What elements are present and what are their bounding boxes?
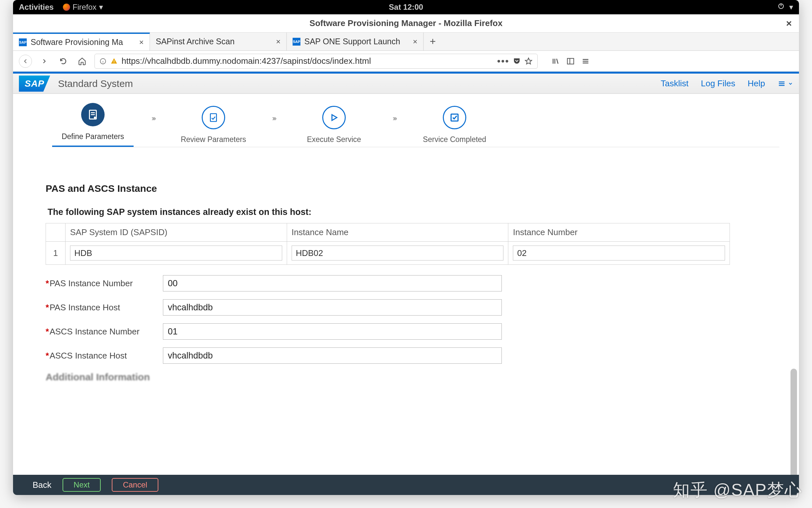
insecure-lock-icon[interactable] <box>111 58 118 65</box>
navigation-toolbar: https://vhcalhdbdb.dummy.nodomain:4237/s… <box>13 51 799 72</box>
reload-button[interactable] <box>57 55 70 68</box>
chevron-right-icon: ››› <box>254 114 293 136</box>
svg-rect-10 <box>567 58 574 64</box>
activities-button[interactable]: Activities <box>19 3 54 12</box>
back-button[interactable]: Back <box>33 480 51 490</box>
chevron-down-icon: ▾ <box>99 3 103 12</box>
tasklist-link[interactable]: Tasklist <box>661 79 689 89</box>
browser-tab-0[interactable]: SAP Software Provisioning Ma × <box>13 33 150 50</box>
section-heading-cutoff: Additional Information <box>46 372 766 383</box>
tab-close-icon[interactable]: × <box>276 37 281 46</box>
wizard-step-review-parameters[interactable]: Review Parameters <box>173 106 254 144</box>
app-menu[interactable]: Firefox ▾ <box>63 3 103 12</box>
tab-label: Software Provisioning Ma <box>31 37 135 47</box>
site-info-icon[interactable] <box>99 58 107 65</box>
sap-favicon: SAP <box>293 38 300 46</box>
existing-instances-table: SAP System ID (SAPSID) Instance Name Ins… <box>46 223 730 265</box>
browser-tab-1[interactable]: SAPinst Archive Scan × <box>150 33 287 50</box>
table-header-sapsid: SAP System ID (SAPSID) <box>66 223 287 242</box>
app-menu-label: Firefox <box>73 3 96 12</box>
gnome-top-bar: Activities Firefox ▾ Sat 12:00 ▾ <box>13 0 799 14</box>
clock: Sat 12:00 <box>389 3 423 12</box>
chevron-right-icon: ››› <box>133 114 173 136</box>
sap-header: SAP Standard System Tasklist Log Files H… <box>13 74 799 94</box>
logfiles-link[interactable]: Log Files <box>701 79 735 89</box>
power-icon[interactable] <box>777 3 785 12</box>
label-ascs-instance-number: ASCS Instance Number <box>49 327 139 336</box>
svg-line-9 <box>557 58 558 64</box>
svg-rect-6 <box>114 62 114 63</box>
url-text: https://vhcalhdbdb.dummy.nodomain:4237/s… <box>122 56 371 66</box>
firefox-icon <box>63 4 70 11</box>
label-ascs-instance-host: ASCS Instance Host <box>49 351 127 361</box>
input-ascs-instance-host[interactable] <box>163 347 502 364</box>
wizard-step-label: Define Parameters <box>62 132 124 141</box>
svg-rect-21 <box>210 114 217 122</box>
window-close-button[interactable]: × <box>786 18 792 29</box>
page-title: Standard System <box>58 78 133 89</box>
input-ascs-instance-number[interactable] <box>163 323 502 340</box>
cancel-button[interactable]: Cancel <box>112 478 158 492</box>
sidebar-icon[interactable] <box>566 57 575 66</box>
chevron-right-icon: ››› <box>375 114 414 136</box>
cell-sapsid <box>70 246 282 260</box>
sap-logo: SAP <box>19 76 50 92</box>
window-title-text: Software Provisioning Manager - Mozilla … <box>310 18 502 28</box>
back-button[interactable] <box>19 55 32 68</box>
input-pas-instance-host[interactable] <box>163 299 502 315</box>
window-titlebar: Software Provisioning Manager - Mozilla … <box>13 14 799 33</box>
table-header-instance-number: Instance Number <box>508 223 730 242</box>
cell-instance-name <box>292 246 504 260</box>
table-header-instance-name: Instance Name <box>287 223 508 242</box>
tab-close-icon[interactable]: × <box>413 37 417 46</box>
wizard-step-execute-service[interactable]: Execute Service <box>293 106 375 144</box>
url-bar[interactable]: https://vhcalhdbdb.dummy.nodomain:4237/s… <box>94 54 538 69</box>
scrollbar-thumb[interactable] <box>790 369 797 475</box>
hamburger-menu-icon[interactable] <box>581 57 590 66</box>
input-pas-instance-number[interactable] <box>163 275 502 291</box>
label-pas-instance-host: PAS Instance Host <box>49 302 120 312</box>
sap-favicon: SAP <box>19 38 27 46</box>
library-icon[interactable] <box>551 57 560 66</box>
wizard-step-label: Service Completed <box>423 135 486 144</box>
header-menu-button[interactable] <box>777 79 793 88</box>
help-link[interactable]: Help <box>748 79 765 89</box>
new-tab-button[interactable]: + <box>423 33 442 50</box>
section-subheading: The following SAP system instances alrea… <box>48 207 766 217</box>
more-icon[interactable]: ••• <box>497 56 509 67</box>
wizard-step-label: Execute Service <box>307 135 361 144</box>
footer-bar: Back Next Cancel <box>13 475 799 495</box>
chevron-down-icon[interactable]: ▾ <box>789 3 793 12</box>
wizard-step-service-completed[interactable]: Service Completed <box>414 106 495 144</box>
pocket-icon[interactable] <box>513 57 521 66</box>
browser-tab-2[interactable]: SAP SAP ONE Support Launch × <box>287 33 423 50</box>
tab-close-icon[interactable]: × <box>139 38 144 47</box>
table-row: 1 <box>46 242 730 265</box>
home-button[interactable] <box>76 55 89 68</box>
wizard-step-label: Review Parameters <box>181 135 246 144</box>
tab-label: SAP ONE Support Launch <box>304 37 409 46</box>
tab-label: SAPinst Archive Scan <box>156 37 272 46</box>
svg-rect-5 <box>114 60 114 62</box>
wizard-step-define-parameters[interactable]: Define Parameters <box>52 103 133 147</box>
row-index: 1 <box>46 242 66 265</box>
cell-instance-number <box>513 246 725 260</box>
section-heading: PAS and ASCS Instance <box>46 183 766 194</box>
wizard-steps: Define Parameters ››› Review Parameters … <box>13 94 799 147</box>
forward-button[interactable] <box>38 55 51 68</box>
next-button[interactable]: Next <box>63 478 101 492</box>
tab-strip: SAP Software Provisioning Ma × SAPinst A… <box>13 33 799 51</box>
content-area: PAS and ASCS Instance The following SAP … <box>13 147 799 475</box>
bookmark-star-icon[interactable] <box>524 57 533 66</box>
label-pas-instance-number: PAS Instance Number <box>49 279 133 288</box>
table-header-index <box>46 223 66 242</box>
